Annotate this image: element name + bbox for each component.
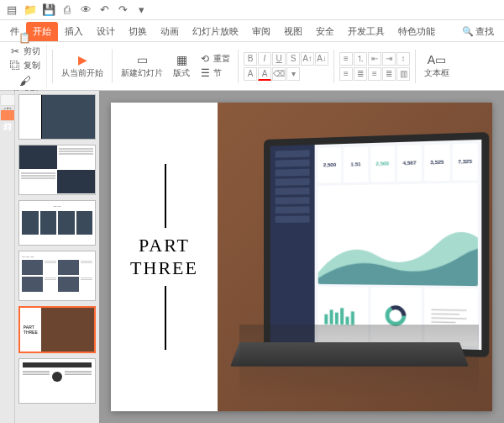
indent-left-button[interactable]: ⇤ [368,52,381,66]
align-right-button[interactable]: ≡ [368,67,381,81]
numbering-button[interactable]: ⒈ [354,52,367,66]
slide-canvas-area[interactable]: PART THREE 2,500 [99,91,504,423]
layout-icon: ▦ [175,53,188,66]
dashboard-stats-row: 2,500 1.51 2,500 4,567 3,525 7,325 [318,143,477,182]
align-left-button[interactable]: ≡ [339,67,353,81]
ribbon-tabs: 件 开始 插入 设计 切换 动画 幻灯片放映 审阅 视图 安全 开发工具 特色功… [0,20,504,42]
tab-transition[interactable]: 切换 [122,22,154,41]
tab-special[interactable]: 特色功能 [391,22,442,41]
save-icon[interactable]: 💾 [40,2,57,19]
thumbnail-slide[interactable] [18,94,96,140]
tab-design[interactable]: 设计 [90,22,122,41]
separator [52,50,53,83]
separator [112,50,113,83]
current-slide[interactable]: PART THREE 2,500 [111,103,492,411]
separator [333,50,334,83]
svg-rect-10 [431,317,466,320]
svg-rect-5 [350,311,354,325]
tab-animation[interactable]: 动画 [154,22,186,41]
font-color-button[interactable]: A [258,67,271,81]
slide-title[interactable]: PART THREE [130,228,198,286]
underline-button[interactable]: U [272,52,286,66]
undo-icon[interactable]: ↶ [96,2,113,19]
laptop-screen: 2,500 1.51 2,500 4,567 3,525 7,325 [264,132,489,357]
separator [415,50,416,83]
tab-slideshow[interactable]: 幻灯片放映 [186,22,245,41]
open-icon[interactable]: 📁 [22,2,39,19]
brush-icon: 🖌 [18,74,32,87]
svg-rect-1 [329,309,333,324]
stat-card: 2,500 [318,147,341,182]
file-menu-icon[interactable]: ▤ [3,2,20,19]
italic-button[interactable]: I [258,52,271,66]
outline-view-tab[interactable]: 大纲 [0,94,15,106]
scissors-icon: ✂ [9,45,21,57]
font-group: B I U S A↑ A↓ A A ⌫ ▾ [244,52,328,81]
reset-icon: ⟲ [199,53,211,65]
strike-button[interactable]: S [286,52,300,66]
slide-image-section: 2,500 1.51 2,500 4,567 3,525 7,325 [218,103,492,411]
columns-button[interactable]: ▥ [396,67,410,81]
tab-view[interactable]: 视图 [277,22,309,41]
section-icon: ☰ [199,67,211,79]
copy-button[interactable]: ⿻ 复制 [7,59,43,72]
font-size-up-button[interactable]: A↑ [301,52,314,66]
dashboard-area-chart [318,182,477,287]
textbox-button[interactable]: A▭ 文本框 [421,51,453,81]
dashboard-sidebar [270,145,315,344]
ribbon: 📋 ✂ 剪切 ⿻ 复制 🖌 格式刷 ▶ 从当前开始 ▭ 新建幻灯片 ▦ 版式 [0,42,504,91]
print-icon[interactable]: ⎙ [59,2,76,19]
stat-card: 2,500 [370,145,395,182]
redo-icon[interactable]: ↷ [114,2,131,19]
new-slide-button[interactable]: ▭ 新建幻灯片 [118,51,166,81]
bullets-button[interactable]: ≡ [339,52,353,66]
dashboard-main: 2,500 1.51 2,500 4,567 3,525 7,325 [314,140,481,350]
clear-format-button[interactable]: ⌫ [272,67,286,81]
justify-button[interactable]: ≣ [382,67,396,81]
dropdown-icon[interactable]: ▾ [133,2,150,19]
thumbnail-slide[interactable] [18,358,96,404]
svg-rect-8 [431,309,466,310]
thumbnail-slide[interactable]: — — [18,200,96,246]
quick-access-toolbar: ▤ 📁 💾 ⎙ 👁 ↶ ↷ ▾ [0,0,504,20]
paste-button[interactable]: 📋 [17,31,34,45]
stat-card: 4,567 [397,145,422,181]
new-slide-icon: ▭ [135,53,149,66]
more-font-icon[interactable]: ▾ [286,67,300,81]
reflection [239,325,478,399]
stat-card: 1.51 [344,146,367,182]
font-size-down-button[interactable]: A↓ [315,52,328,66]
from-current-button[interactable]: ▶ 从当前开始 [58,51,107,81]
slide-title-section: PART THREE [111,103,218,411]
view-tabs-panel: 大纲 幻灯片 [0,91,15,423]
section-button[interactable]: ☰ 节 [197,66,233,80]
reset-button[interactable]: ⟲ 重置 [197,52,233,66]
tab-security[interactable]: 安全 [309,22,341,41]
textbox-icon: A▭ [430,53,444,66]
align-center-button[interactable]: ≣ [354,67,367,81]
thumbnail-slide[interactable]: — — — [18,251,96,301]
tab-insert[interactable]: 插入 [58,22,90,41]
thumbnail-slide-selected[interactable]: PARTTHREE [18,306,96,353]
tab-devtools[interactable]: 开发工具 [341,22,391,41]
svg-rect-9 [431,313,459,315]
indent-right-button[interactable]: ⇥ [382,52,396,66]
stat-card: 3,525 [424,144,449,181]
preview-icon[interactable]: 👁 [77,2,94,19]
slide-thumbnails-panel[interactable]: — — — — — PARTTHREE [15,91,99,423]
tab-review[interactable]: 审阅 [245,22,277,41]
highlight-button[interactable]: A [244,67,257,81]
layout-button[interactable]: ▦ 版式 [170,51,193,81]
line-spacing-button[interactable]: ↕ [396,52,410,66]
search-button[interactable]: 🔍 查找 [455,22,501,41]
bold-button[interactable]: B [244,52,257,66]
separator [238,50,239,83]
svg-rect-0 [324,315,328,325]
stat-card: 7,325 [452,143,477,180]
cut-button[interactable]: ✂ 剪切 [7,45,43,58]
slides-view-tab[interactable]: 幻灯片 [0,109,15,121]
thumbnail-slide[interactable] [18,145,96,195]
paragraph-group: ≡ ⒈ ⇤ ⇥ ↕ ≡ ≣ ≡ ≣ ▥ [339,52,410,81]
clipboard-group: 📋 ✂ 剪切 ⿻ 复制 🖌 格式刷 [3,44,47,88]
workspace: 大纲 幻灯片 — — — — — PA [0,91,504,423]
